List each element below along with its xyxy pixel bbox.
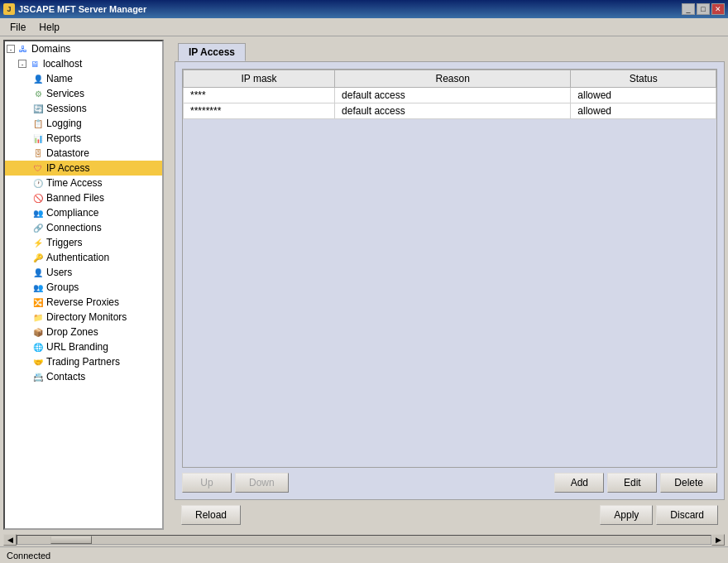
tree-label-ipaccess: IP Access: [46, 162, 89, 174]
close-button[interactable]: ✕: [711, 3, 725, 15]
right-panel: IP Access IP mask Reason Status: [175, 40, 725, 530]
name-icon: 👤: [31, 72, 45, 85]
cell-ip_mask: ****: [184, 88, 335, 103]
minimize-button[interactable]: _: [682, 3, 695, 15]
delete-button[interactable]: Delete: [660, 473, 717, 493]
sessions-icon: 🔄: [31, 102, 45, 115]
panel-splitter[interactable]: [167, 40, 171, 530]
cell-reason: default access: [335, 103, 571, 119]
status-text: Connected: [7, 551, 50, 561]
cell-ip_mask: ********: [184, 103, 335, 119]
tree-item-connections[interactable]: 🔗 Connections: [5, 220, 162, 235]
add-button[interactable]: Add: [554, 473, 604, 493]
discard-button[interactable]: Discard: [656, 505, 718, 525]
tree-item-timeaccess[interactable]: 🕐 Time Access: [5, 176, 162, 190]
col-status: Status: [571, 70, 716, 88]
expand-domains[interactable]: -: [7, 45, 15, 53]
hscroll-bar[interactable]: ◀ ▶: [0, 533, 728, 546]
users-icon: 👤: [31, 266, 45, 279]
table-row[interactable]: ********default accessallowed: [184, 103, 716, 119]
tree-item-groups[interactable]: 👥 Groups: [5, 280, 162, 295]
tree-label-contacts: Contacts: [46, 371, 85, 383]
tree-item-triggers[interactable]: ⚡ Triggers: [5, 235, 162, 250]
domains-icon: 🖧: [17, 42, 30, 55]
nav-buttons: Up Down: [182, 473, 289, 493]
table-button-bar: Up Down Add Edit Delete: [182, 473, 717, 493]
tree-item-tradingpartners[interactable]: 🤝 Trading Partners: [5, 354, 162, 369]
tree-item-urlbranding[interactable]: 🌐 URL Branding: [5, 339, 162, 354]
apply-discard-group: Apply Discard: [600, 505, 718, 525]
menu-file[interactable]: File: [3, 20, 32, 35]
authentication-icon: 🔑: [31, 251, 45, 264]
tree-item-users[interactable]: 👤 Users: [5, 265, 162, 280]
expand-localhost[interactable]: -: [18, 60, 26, 68]
ipaccess-icon: 🛡: [31, 161, 45, 175]
maximize-button[interactable]: □: [697, 3, 710, 15]
services-icon: ⚙: [31, 87, 45, 100]
cell-status: allowed: [571, 88, 716, 103]
tree-label-authentication: Authentication: [46, 252, 109, 263]
ip-table: IP mask Reason Status ****default access…: [183, 70, 716, 119]
tree-label-name: Name: [46, 73, 73, 84]
tree-item-reports[interactable]: 📊 Reports: [5, 131, 162, 146]
menu-help[interactable]: Help: [32, 20, 66, 35]
directorymonitors-icon: 📁: [31, 310, 45, 324]
cell-status: allowed: [571, 103, 716, 119]
contacts-icon: 📇: [31, 370, 45, 383]
apply-button[interactable]: Apply: [600, 505, 653, 525]
dropzones-icon: 📦: [31, 325, 45, 339]
up-button[interactable]: Up: [182, 473, 232, 493]
tree-item-services[interactable]: ⚙ Services: [5, 86, 162, 101]
bottom-action-bar: Reload Apply Discard: [175, 500, 725, 530]
tree-label-services: Services: [46, 88, 84, 99]
hscroll-thumb[interactable]: [50, 536, 92, 544]
tradingpartners-icon: 🤝: [31, 355, 45, 368]
tab-ipaccess[interactable]: IP Access: [178, 43, 246, 61]
left-panel[interactable]: - 🖧 Domains - 🖥 localhost 👤 Name ⚙ Servi…: [3, 40, 164, 530]
compliance-icon: 👥: [31, 206, 45, 219]
col-ipmask: IP mask: [184, 70, 335, 88]
tree-label-localhost: localhost: [43, 58, 82, 70]
tree-item-authentication[interactable]: 🔑 Authentication: [5, 250, 162, 265]
tree-item-logging[interactable]: 📋 Logging: [5, 116, 162, 131]
table-row[interactable]: ****default accessallowed: [184, 88, 716, 103]
ip-table-container[interactable]: IP mask Reason Status ****default access…: [182, 69, 717, 468]
tree-item-dropzones[interactable]: 📦 Drop Zones: [5, 325, 162, 339]
tree-item-bannedfiles[interactable]: 🚫 Banned Files: [5, 190, 162, 205]
down-button[interactable]: Down: [235, 473, 289, 493]
edit-button[interactable]: Edit: [607, 473, 657, 493]
tree-item-domains[interactable]: - 🖧 Domains: [5, 41, 162, 56]
status-bar: Connected: [0, 546, 728, 563]
tree-label-urlbranding: URL Branding: [46, 341, 108, 353]
reverseproxies-icon: 🔀: [31, 296, 45, 309]
hscroll-left[interactable]: ◀: [3, 534, 17, 546]
tree-label-connections: Connections: [46, 222, 102, 233]
tree-label-reports: Reports: [46, 132, 81, 144]
tree-label-timeaccess: Time Access: [46, 177, 103, 189]
tree-item-contacts[interactable]: 📇 Contacts: [5, 369, 162, 384]
tree-item-directorymonitors[interactable]: 📁 Directory Monitors: [5, 310, 162, 325]
hscroll-track[interactable]: [17, 535, 711, 545]
localhost-icon: 🖥: [28, 57, 41, 70]
timeaccess-icon: 🕐: [31, 176, 45, 190]
tree-label-users: Users: [46, 267, 72, 278]
tree-item-ipaccess[interactable]: 🛡 IP Access: [5, 161, 162, 176]
tree-label-datastore: Datastore: [46, 147, 89, 159]
tree-label-logging: Logging: [46, 118, 82, 129]
urlbranding-icon: 🌐: [31, 340, 45, 354]
bannedfiles-icon: 🚫: [31, 191, 45, 205]
tree-item-localhost[interactable]: - 🖥 localhost: [5, 56, 162, 71]
tree-item-reverseproxies[interactable]: 🔀 Reverse Proxies: [5, 295, 162, 310]
tree-item-datastore[interactable]: 🗄 Datastore: [5, 146, 162, 161]
tree-label-compliance: Compliance: [46, 207, 98, 219]
tree-item-name[interactable]: 👤 Name: [5, 71, 162, 86]
hscroll-right[interactable]: ▶: [711, 534, 725, 546]
tree-label-directorymonitors: Directory Monitors: [46, 311, 127, 323]
tree-label-groups: Groups: [46, 282, 79, 293]
tree-item-compliance[interactable]: 👥 Compliance: [5, 205, 162, 220]
reload-button[interactable]: Reload: [181, 505, 241, 525]
main-window: - 🖧 Domains - 🖥 localhost 👤 Name ⚙ Servi…: [0, 36, 728, 563]
tree-item-sessions[interactable]: 🔄 Sessions: [5, 101, 162, 116]
tree-label-tradingpartners: Trading Partners: [46, 356, 120, 368]
content-area: - 🖧 Domains - 🖥 localhost 👤 Name ⚙ Servi…: [0, 36, 728, 533]
